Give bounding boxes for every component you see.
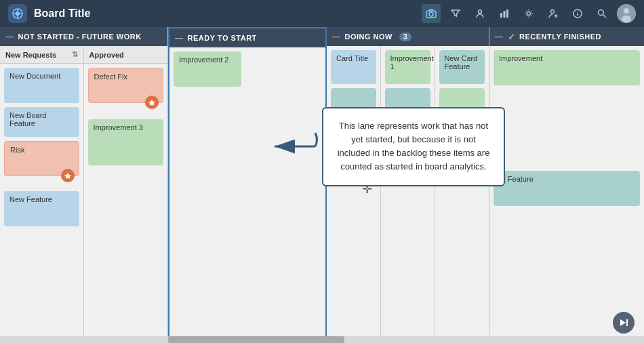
svg-point-7 bbox=[429, 12, 433, 16]
column-group-not-started: — NOT STARTED - FUTURE WORK New Requests… bbox=[0, 27, 168, 343]
column-group-recently-finished: — ✓ RECENTLY FINISHED Improvement rd Fea… bbox=[489, 27, 644, 343]
column-group-header-doing: — DOING NOW 3 bbox=[327, 27, 489, 46]
defect-fix-badge bbox=[145, 96, 159, 109]
info-icon[interactable] bbox=[568, 4, 587, 23]
board: — NOT STARTED - FUTURE WORK New Requests… bbox=[0, 27, 644, 343]
column-group-label-doing: DOING NOW bbox=[345, 33, 393, 41]
sub-col-approved-label: Approved bbox=[89, 51, 124, 59]
svg-rect-11 bbox=[506, 9, 508, 18]
svg-point-22 bbox=[624, 8, 629, 14]
tooltip-overlay: This lane represents work that has not y… bbox=[268, 107, 505, 186]
column-group-header-not-started: — NOT STARTED - FUTURE WORK bbox=[0, 27, 167, 46]
settings-icon[interactable] bbox=[519, 4, 538, 23]
card-improvement-3[interactable]: Improvement 3 bbox=[88, 119, 164, 165]
card-improvement-2[interactable]: Improvement 2 bbox=[174, 52, 241, 87]
skip-button[interactable] bbox=[613, 312, 635, 334]
card-improvement-1[interactable]: Improvement 1 bbox=[385, 50, 430, 84]
tooltip-text: This lane represents work that has not y… bbox=[338, 121, 490, 172]
collapse-icon-not-started[interactable]: — bbox=[5, 32, 14, 41]
doing-sub-col-2: Improvement 1 bbox=[381, 46, 435, 343]
svg-rect-9 bbox=[500, 13, 502, 18]
filter-icon[interactable] bbox=[446, 4, 465, 23]
sub-column-new-requests: New Requests ⇅ New Document New Board Fe… bbox=[0, 46, 84, 343]
sub-column-header-approved: Approved bbox=[84, 46, 168, 64]
sub-column-approved: Approved Defect Fix Improvement 3 bbox=[84, 46, 168, 343]
svg-point-19 bbox=[599, 10, 604, 16]
card-new-feature[interactable]: New Feature bbox=[4, 191, 79, 226]
svg-point-23 bbox=[622, 16, 631, 22]
app-container: Board Title bbox=[0, 0, 644, 343]
svg-rect-10 bbox=[504, 11, 506, 18]
card-improvement-recent[interactable]: Improvement bbox=[494, 50, 640, 85]
svg-point-1 bbox=[16, 12, 20, 16]
sub-column-header-new-requests: New Requests ⇅ bbox=[0, 46, 83, 64]
column-group-label-not-started: NOT STARTED - FUTURE WORK bbox=[18, 33, 142, 41]
svg-rect-26 bbox=[626, 319, 628, 326]
tooltip-arrow bbox=[268, 129, 322, 163]
column-group-label-ready: READY TO START bbox=[188, 34, 257, 42]
svg-point-13 bbox=[551, 10, 555, 14]
column-group-header-recent: — ✓ RECENTLY FINISHED bbox=[489, 27, 644, 46]
search-icon[interactable] bbox=[592, 4, 611, 23]
sub-column-body-new-requests: New Document New Board Feature Risk bbox=[0, 64, 83, 230]
header: Board Title bbox=[0, 0, 644, 27]
header-icons bbox=[422, 4, 636, 23]
sub-column-body-approved: Defect Fix Improvement 3 bbox=[84, 64, 168, 169]
svg-point-18 bbox=[577, 11, 578, 12]
avatar[interactable] bbox=[617, 4, 636, 23]
doing-sub-col-3: New Card Feature 15 bbox=[435, 46, 489, 343]
scrollbar-track[interactable] bbox=[0, 336, 644, 343]
column-group-header-ready: — READY TO START bbox=[169, 28, 325, 47]
collapse-icon-ready[interactable]: — bbox=[175, 33, 184, 43]
board-title: Board Title bbox=[34, 7, 415, 20]
doing-count-badge: 3 bbox=[399, 33, 411, 41]
chart-icon[interactable] bbox=[495, 4, 514, 23]
card-new-document[interactable]: New Document bbox=[4, 68, 79, 103]
add-person-icon[interactable] bbox=[544, 4, 563, 23]
doing-now-columns: Card Title Improvement 1 New Card Featur… bbox=[327, 46, 489, 343]
recently-finished-body: Improvement rd Feature bbox=[489, 46, 644, 343]
card-defect-fix[interactable]: Defect Fix bbox=[88, 68, 164, 103]
svg-marker-25 bbox=[620, 319, 626, 326]
column-group-label-recent: RECENTLY FINISHED bbox=[519, 33, 601, 41]
camera-icon[interactable] bbox=[422, 4, 441, 23]
svg-point-8 bbox=[479, 10, 482, 14]
doing-sub-col-1: Card Title bbox=[327, 46, 381, 343]
collapse-icon-recent[interactable]: — bbox=[495, 32, 504, 41]
card-risk[interactable]: Risk bbox=[4, 141, 79, 176]
person-icon[interactable] bbox=[470, 4, 489, 23]
card-card-title[interactable]: Card Title bbox=[331, 50, 376, 84]
svg-line-20 bbox=[603, 15, 607, 18]
tooltip-box: This lane represents work that has not y… bbox=[322, 107, 505, 186]
svg-point-12 bbox=[527, 12, 531, 16]
card-new-board-feature[interactable]: New Board Feature bbox=[4, 107, 79, 137]
sort-icon[interactable]: ⇅ bbox=[72, 50, 78, 59]
sub-col-label: New Requests bbox=[5, 51, 56, 59]
card-new-card-feature[interactable]: New Card Feature bbox=[439, 50, 485, 84]
ready-to-start-body: Improvement 2 bbox=[169, 47, 325, 342]
collapse-icon-doing[interactable]: — bbox=[332, 32, 341, 41]
card-rd-feature[interactable]: rd Feature bbox=[494, 171, 640, 206]
scrollbar-thumb[interactable] bbox=[168, 336, 344, 343]
app-logo[interactable] bbox=[8, 4, 27, 23]
card-badge bbox=[61, 169, 75, 182]
